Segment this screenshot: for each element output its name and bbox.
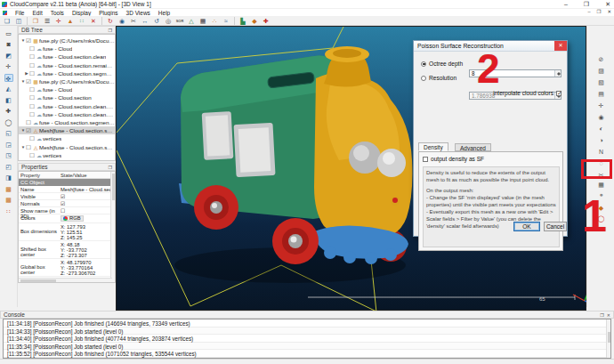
checkbox[interactable]: ☐ — [29, 93, 36, 101]
tree-item[interactable]: ☐ ☁ fuse - Cloud.section.remaining — [19, 61, 115, 69]
clone-icon[interactable]: ❐ — [31, 17, 40, 25]
checkbox[interactable]: ☐ — [29, 134, 36, 142]
save-icon[interactable]: ◫ — [14, 17, 23, 25]
menu-file[interactable]: File — [15, 10, 24, 16]
bounding-box-icon[interactable]: ◧ — [4, 96, 13, 104]
child-restore-button[interactable]: ❐ — [596, 9, 601, 14]
statistics-icon[interactable]: ≈ — [222, 17, 230, 25]
ok-button[interactable]: OK — [513, 222, 540, 231]
tab-advanced[interactable]: Advanced — [455, 143, 491, 151]
tree-item-selected[interactable]: ▼ ☑ ◬ Mesh[fuse - Cloud.section.segme... — [19, 126, 115, 134]
tree-item[interactable]: ▶ ☐ ☁ fuse - Cloud.section.segment... — [19, 69, 115, 77]
interpolate-checkbox[interactable] — [556, 91, 561, 96]
checkbox[interactable]: ☐ — [26, 143, 32, 151]
classify-icon[interactable]: ▧ — [596, 78, 606, 86]
console-log[interactable]: [11:34:18] [PoissonRecon] Job finished (… — [3, 319, 611, 359]
close-dock-icon[interactable]: ✕ — [607, 312, 610, 318]
front-view-icon[interactable]: ◲ — [4, 141, 13, 149]
plugins-icon[interactable]: ✚ — [262, 17, 271, 25]
right-view-icon[interactable]: ◰ — [4, 163, 13, 171]
dialog-close-button[interactable]: ✕ — [554, 41, 567, 51]
checkbox[interactable]: ☐ — [29, 102, 36, 110]
restore-button[interactable]: ❐ — [584, 1, 589, 8]
normals-checkbox[interactable]: ☑ — [60, 200, 115, 206]
translate-rotate-icon[interactable]: ↔ — [141, 17, 149, 25]
resolution-radio[interactable] — [421, 76, 426, 81]
output-density-checkbox[interactable] — [423, 157, 428, 162]
primitive-factory-icon[interactable]: ◆ — [250, 17, 259, 25]
float-dock-icon[interactable]: ❐ — [109, 28, 112, 33]
tree-item[interactable]: ☐ ☁ fuse - Cloud — [19, 44, 115, 53]
octree-depth-radio[interactable] — [421, 61, 426, 67]
checkbox[interactable]: ☐ — [29, 69, 36, 77]
top-view-icon[interactable]: ◨ — [4, 174, 13, 182]
properties-vertical-scrollbar[interactable] — [110, 172, 115, 282]
full-screen-icon[interactable]: ▭ — [4, 29, 13, 37]
checkbox[interactable]: ☐ — [29, 151, 36, 159]
point-size-icon[interactable]: ✛ — [4, 62, 13, 70]
register-icon[interactable]: ↻ — [106, 17, 115, 25]
stereo-icon[interactable]: ◩ — [4, 52, 13, 60]
checkbox[interactable]: ☑ — [26, 36, 32, 44]
tree-item[interactable]: ☐ ☁ fuse - Cloud.section.segmented.r... — [19, 118, 115, 126]
box-tool-b-icon[interactable]: ▩ — [4, 196, 13, 204]
properties-horizontal-scrollbar[interactable] — [19, 278, 112, 282]
spinner-arrows-icon[interactable] — [554, 70, 561, 77]
csf-icon[interactable]: ▦ — [596, 181, 606, 189]
normals-tool-icon[interactable]: N — [596, 148, 606, 156]
subsample-icon[interactable]: ∷ — [77, 17, 86, 25]
checkbox[interactable]: ☑ — [26, 77, 32, 85]
compute-normals-icon[interactable]: △ — [187, 17, 196, 25]
left-view-icon[interactable]: ◳ — [4, 151, 13, 159]
tree-item[interactable]: ☐ ☁ fuse - Cloud.section.clean.de... — [19, 102, 115, 110]
octree-icon[interactable]: ▦ — [198, 17, 207, 25]
shade-icon[interactable]: ◐ — [596, 125, 606, 133]
tree-item[interactable]: ☐ ☁ fuse - Cloud.section.clean — [19, 53, 115, 61]
checkbox[interactable]: ☐ — [29, 85, 36, 93]
checkbox[interactable]: ☐ — [29, 44, 36, 53]
checkbox[interactable]: ☑ — [26, 126, 32, 134]
tree-item[interactable]: ☐ ☁ fuse - Cloud.section — [19, 93, 115, 101]
merge-icon[interactable]: ▲ — [66, 17, 75, 25]
pick-rotation-center-icon[interactable]: ◎ — [164, 17, 173, 25]
menu-plugins[interactable]: Plugins — [99, 10, 117, 16]
float-dock-icon[interactable]: ❐ — [109, 165, 112, 170]
point-pair-icon[interactable]: ∷ — [4, 207, 13, 215]
box-tool-a-icon[interactable]: ▩ — [4, 185, 13, 193]
segment-icon[interactable]: ✂ — [129, 17, 138, 25]
checkbox[interactable]: ☐ — [29, 110, 36, 118]
menu-3d-views[interactable]: 3D Views — [126, 10, 150, 16]
console-scrollbar[interactable] — [606, 320, 610, 358]
mosaic-icon[interactable]: ▨ — [596, 67, 606, 75]
tree-item[interactable]: ▼ ☐ ◬ Mesh[fuse - Cloud.section.segme... — [19, 142, 115, 150]
visible-checkbox[interactable]: ☑ — [60, 193, 115, 199]
close-button[interactable]: ✕ — [605, 1, 610, 8]
cancel-button[interactable]: Cancel — [544, 222, 567, 231]
tree-item[interactable]: ☐ ☁ fuse - Cloud.section.clean.reg... — [19, 110, 115, 118]
rotate-icon[interactable]: ↺ — [152, 17, 161, 25]
tab-density[interactable]: Density — [418, 142, 448, 151]
screenshot-icon[interactable]: ◙ — [4, 40, 13, 48]
menu-display[interactable]: Display — [72, 10, 91, 16]
magnifier-icon[interactable]: ◯ — [4, 118, 13, 126]
orientation-icon[interactable]: ◭ — [4, 85, 13, 93]
compass-icon[interactable]: ⊘ — [596, 55, 606, 63]
animation-icon[interactable]: ◉ — [596, 113, 606, 121]
sample-points-icon[interactable]: ∴ — [210, 17, 219, 25]
iso-view-icon[interactable]: ◱ — [4, 129, 13, 137]
apply-transformation-icon[interactable]: ✛ — [54, 17, 63, 25]
properties-icon[interactable]: ☰ — [43, 17, 52, 25]
tree-item[interactable]: ☐ ☁ vertices — [19, 151, 115, 159]
pivot-icon[interactable]: ✜ — [4, 74, 13, 82]
delete-icon[interactable]: ✕ — [89, 17, 98, 25]
point-picking-icon[interactable]: ◉ — [117, 17, 126, 25]
sor-filter-icon[interactable]: SOR — [175, 17, 184, 25]
checkbox[interactable]: ☐ — [29, 53, 36, 61]
minimize-button[interactable]: – — [564, 1, 568, 8]
checkbox[interactable]: ☐ — [29, 61, 36, 69]
child-close-button[interactable]: ✕ — [607, 9, 611, 14]
menu-tools[interactable]: Tools — [51, 10, 64, 16]
probe-icon[interactable]: ✛ — [596, 101, 606, 109]
facets-icon[interactable]: ▤ — [596, 90, 606, 98]
zoom-fit-icon[interactable]: ✚ — [4, 107, 13, 115]
